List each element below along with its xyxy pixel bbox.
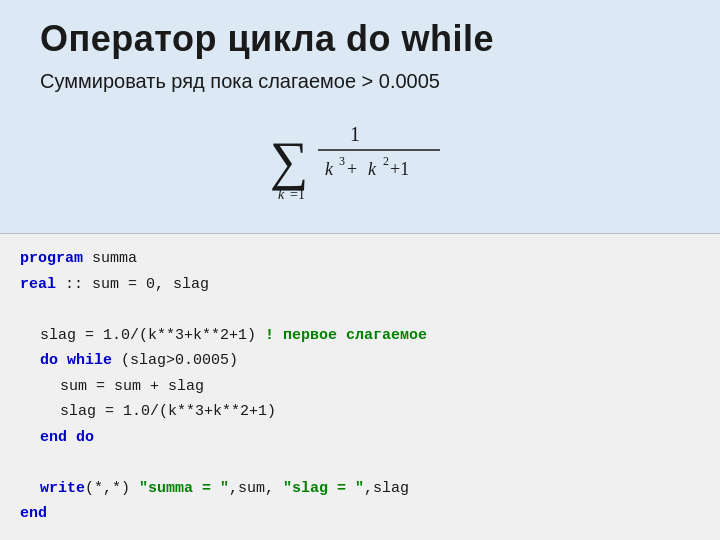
code-section: program summa real :: sum = 0, slag slag… [0, 233, 720, 540]
formula-svg: ∑ k =1 1 k 3 + k 2 +1 [250, 117, 470, 207]
keyword-write: write [40, 480, 85, 497]
keyword-program: program [20, 250, 83, 267]
string-summa: "summa = " [139, 480, 229, 497]
svg-text:2: 2 [383, 154, 389, 168]
svg-text:k: k [278, 187, 285, 202]
svg-text:∑: ∑ [270, 131, 309, 191]
top-section: Оператор цикла do while Суммировать ряд … [0, 0, 720, 233]
code-line-2: real :: sum = 0, slag [20, 272, 700, 298]
slide-title: Оператор цикла do while [40, 18, 680, 60]
code-line-3 [20, 297, 700, 323]
svg-text:+1: +1 [390, 159, 409, 179]
code-line-10: write(*,*) "summa = ",sum, "slag = ",sla… [20, 476, 700, 502]
svg-text:+: + [347, 159, 357, 179]
slide: Оператор цикла do while Суммировать ряд … [0, 0, 720, 540]
code-line-9 [20, 450, 700, 476]
string-slag: "slag = " [283, 480, 364, 497]
keyword-end: end [20, 505, 47, 522]
code-line-4: slag = 1.0/(k**3+k**2+1) ! первое слагае… [20, 323, 700, 349]
svg-text:k: k [368, 159, 377, 179]
keyword-real: real [20, 276, 56, 293]
keyword-end-do: end do [40, 429, 94, 446]
svg-text:k: k [325, 159, 334, 179]
comment-first-slag: ! первое слагаемое [265, 327, 427, 344]
keyword-do-while: do while [40, 352, 112, 369]
formula-area: ∑ k =1 1 k 3 + k 2 +1 [40, 107, 680, 223]
code-line-8: end do [20, 425, 700, 451]
svg-text:=1: =1 [290, 187, 305, 202]
code-line-5: do while (slag>0.0005) [20, 348, 700, 374]
code-line-1: program summa [20, 246, 700, 272]
code-line-7: slag = 1.0/(k**3+k**2+1) [20, 399, 700, 425]
code-line-11: end [20, 501, 700, 527]
svg-text:1: 1 [350, 123, 360, 145]
svg-text:3: 3 [339, 154, 345, 168]
slide-subtitle: Суммировать ряд пока слагаемое > 0.0005 [40, 70, 680, 93]
code-line-6: sum = sum + slag [20, 374, 700, 400]
